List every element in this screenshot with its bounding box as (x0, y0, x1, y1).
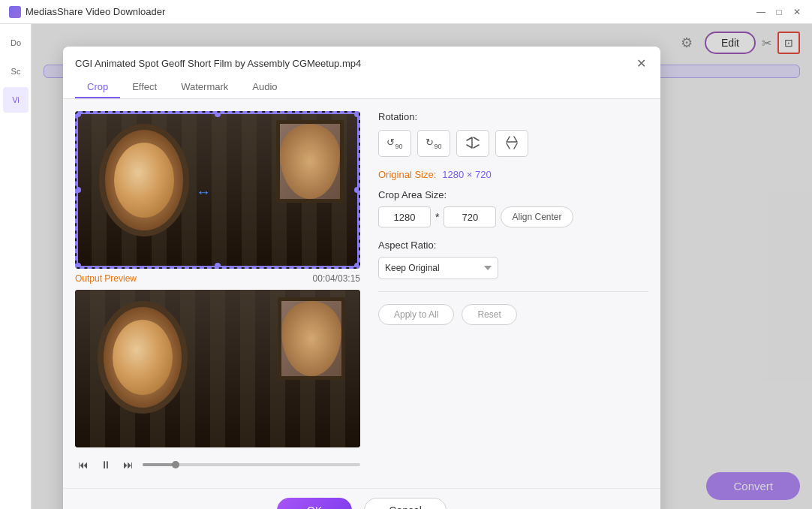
right-frame-bottom (278, 297, 345, 380)
rotate-ccw-icon: ↺90 (386, 137, 402, 150)
pause-button[interactable]: ⏸ (98, 456, 114, 473)
video-frame-top: ↕ (75, 111, 360, 269)
rewind-button[interactable]: ⏮ (75, 456, 92, 473)
title-bar: MediasShare Video Downloader — □ ✕ (0, 0, 812, 24)
main-layout: Do Sc Vi ⚙ Edit ✂ ⊡ Convert (0, 24, 812, 509)
action-row: Apply to All Reset (378, 304, 648, 325)
sidebar-sc-label: Sc (11, 67, 21, 76)
app-title-area: MediasShare Video Downloader (9, 6, 165, 18)
rotate-cw-button[interactable]: ↻90 (417, 130, 450, 157)
modal-close-button[interactable]: ✕ (633, 56, 648, 71)
app-icon (9, 6, 21, 18)
oval-frame-bottom (98, 301, 188, 414)
video-content-bottom (75, 290, 360, 447)
rotation-label: Rotation: (378, 111, 648, 122)
close-button[interactable]: ✕ (791, 6, 803, 18)
handle-middle-left[interactable] (75, 187, 81, 193)
right-panel: ⚙ Edit ✂ ⊡ Convert CGI Animated Spot Geo (32, 24, 812, 509)
maximize-button[interactable]: □ (773, 6, 785, 18)
tab-crop[interactable]: Crop (75, 77, 120, 98)
tab-audio[interactable]: Audio (240, 77, 289, 98)
rotate-cw-icon: ↻90 (426, 137, 441, 150)
align-center-button[interactable]: Align Center (501, 206, 573, 227)
handle-top-right[interactable] (354, 111, 360, 117)
divider (378, 291, 648, 292)
handle-middle-right[interactable] (354, 187, 360, 193)
app-title: MediasShare Video Downloader (26, 6, 165, 17)
forward-button[interactable]: ⏭ (120, 456, 137, 473)
settings-section: Rotation: ↺90 ↻90 (378, 111, 648, 476)
right-frame-inner-bottom (281, 301, 341, 376)
progress-bar[interactable] (143, 463, 360, 466)
window-controls: — □ ✕ (755, 6, 803, 18)
edit-modal: CGI Animated Spot Geoff Short Film by As… (63, 47, 660, 509)
aspect-ratio-label: Aspect Ratio: (378, 239, 648, 251)
rotate-ccw-button[interactable]: ↺90 (378, 130, 411, 157)
sidebar-vi-label: Vi (12, 95, 20, 104)
output-preview-label: Output Preview (75, 273, 137, 284)
multiply-sign: * (435, 211, 439, 223)
modal-overlay: CGI Animated Spot Geoff Short Film by As… (32, 24, 812, 509)
video-preview-section: ↕ (75, 111, 360, 476)
crop-height-input[interactable] (444, 206, 496, 227)
reset-button[interactable]: Reset (462, 304, 516, 325)
sidebar-item-sc[interactable]: Sc (3, 59, 29, 84)
modal-title-row: CGI Animated Spot Geoff Short Film by As… (75, 56, 648, 71)
original-size-row: Original Size: 1280 × 720 (378, 169, 648, 180)
progress-fill (143, 463, 176, 466)
sidebar: Do Sc Vi (0, 24, 32, 509)
handle-top-middle[interactable] (215, 111, 221, 117)
modal-footer: OK Cancel (63, 488, 660, 509)
flip-v-icon (504, 135, 519, 152)
aspect-ratio-select[interactable]: Keep Original 16:9 4:3 1:1 9:16 (378, 257, 498, 279)
modal-header: CGI Animated Spot Geoff Short Film by As… (63, 47, 660, 99)
handle-bottom-left[interactable] (75, 263, 81, 269)
flip-horizontal-button[interactable] (456, 130, 489, 157)
time-label: 00:04/03:15 (313, 273, 360, 284)
minimize-button[interactable]: — (755, 6, 767, 18)
handle-top-left[interactable] (75, 111, 81, 117)
ok-button[interactable]: OK (277, 498, 352, 509)
cancel-button[interactable]: Cancel (364, 498, 447, 509)
sidebar-item-do[interactable]: Do (3, 30, 29, 56)
crop-width-input[interactable] (378, 206, 431, 227)
video-frame-bottom (75, 290, 360, 447)
apply-all-button[interactable]: Apply to All (378, 304, 454, 325)
tab-effect[interactable]: Effect (120, 77, 169, 98)
crop-handles (77, 113, 359, 267)
modal-body: ↕ (63, 99, 660, 488)
oval-inner-bottom (113, 320, 173, 395)
video-controls: ⏮ ⏸ ⏭ (75, 453, 360, 476)
crop-area-label: Crop Area Size: (378, 189, 648, 200)
preview-label-row: Output Preview 00:04/03:15 (75, 273, 360, 284)
original-size-value: 1280 × 720 (442, 169, 491, 180)
handle-bottom-right[interactable] (354, 263, 360, 269)
flip-h-icon (465, 135, 480, 152)
flip-vertical-button[interactable] (495, 130, 528, 157)
crop-inputs: * Align Center (378, 206, 648, 227)
progress-thumb (172, 461, 179, 468)
sidebar-do-label: Do (11, 38, 21, 47)
sidebar-item-vi[interactable]: Vi (3, 87, 29, 113)
handle-bottom-middle[interactable] (215, 263, 221, 269)
original-size-label: Original Size: (378, 169, 436, 180)
modal-tabs: Crop Effect Watermark Audio (75, 77, 648, 98)
rotation-row: ↺90 ↻90 (378, 130, 648, 157)
modal-title-text: CGI Animated Spot Geoff Short Film by As… (75, 58, 361, 69)
tab-watermark[interactable]: Watermark (169, 77, 240, 98)
